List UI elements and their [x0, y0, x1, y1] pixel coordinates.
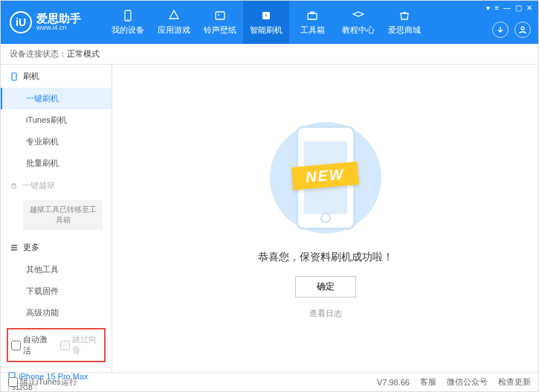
top-nav: 我的设备 应用游戏 铃声壁纸 智能刷机 工具箱 教程中心 爱思商城 [105, 1, 427, 44]
app-subtitle: www.i4.cn [36, 25, 81, 32]
flash-icon [259, 9, 273, 22]
svg-point-3 [218, 14, 219, 16]
logo-text-block: 爱思助手 www.i4.cn [36, 13, 81, 32]
lock-icon [10, 181, 18, 190]
dropdown-icon[interactable]: ▾ [486, 4, 490, 12]
sidebar-heading-label: 更多 [23, 242, 39, 253]
apps-icon [167, 9, 181, 22]
sidebar-item-oneclick-flash[interactable]: 一键刷机 [1, 88, 112, 109]
sidebar-item-advanced[interactable]: 高级功能 [1, 302, 112, 324]
sidebar-item-other-tools[interactable]: 其他工具 [1, 259, 112, 280]
maximize-icon[interactable]: ▢ [515, 4, 522, 12]
svg-rect-2 [216, 12, 225, 19]
success-message: 恭喜您，保资料刷机成功啦！ [258, 251, 393, 264]
checkbox-label: 自动激活 [23, 334, 53, 356]
graduation-icon [352, 9, 365, 22]
sidebar-heading-more[interactable]: 更多 [1, 236, 112, 259]
nav-smart-flash[interactable]: 智能刷机 [243, 1, 289, 44]
logo-area: iU 爱思助手 www.i4.cn [1, 11, 90, 33]
user-button[interactable] [514, 22, 531, 38]
footer-link-support[interactable]: 客服 [420, 376, 436, 388]
skip-setup-checkbox[interactable]: 跳过向导 [60, 334, 102, 356]
nav-toolbox[interactable]: 工具箱 [289, 1, 335, 44]
footer-link-update[interactable]: 检查更新 [498, 376, 531, 388]
ok-button[interactable]: 确定 [295, 276, 356, 298]
sidebar-item-download-firmware[interactable]: 下载固件 [1, 280, 112, 302]
version-label: V7.98.66 [377, 378, 410, 387]
svg-point-7 [521, 27, 524, 30]
nav-label: 爱思商城 [388, 25, 421, 36]
logo-icon: iU [10, 11, 32, 33]
nav-tutorial[interactable]: 教程中心 [335, 1, 381, 44]
nav-apps-games[interactable]: 应用游戏 [151, 1, 197, 44]
nav-label: 我的设备 [112, 25, 144, 36]
svg-rect-9 [12, 185, 16, 189]
footer-link-wechat[interactable]: 微信公众号 [447, 376, 488, 388]
app-title: 爱思助手 [36, 13, 81, 25]
auto-activate-checkbox[interactable]: 自动激活 [11, 334, 53, 356]
sidebar: 刷机 一键刷机 iTunes刷机 专业刷机 批量刷机 一键越狱 越狱工具已转移至… [1, 65, 112, 372]
checkbox-label: 阻止iTunes运行 [20, 376, 77, 388]
nav-label: 智能刷机 [250, 25, 283, 36]
view-log-link[interactable]: 查看日志 [309, 308, 342, 319]
download-button[interactable] [492, 22, 509, 38]
image-icon [213, 9, 227, 22]
sidebar-item-pro-flash[interactable]: 专业刷机 [1, 131, 112, 152]
nav-label: 铃声壁纸 [204, 25, 236, 36]
nav-label: 应用游戏 [158, 25, 190, 36]
nav-label: 工具箱 [300, 25, 325, 36]
sidebar-heading-jailbreak: 一键越狱 [1, 174, 112, 197]
sidebar-item-itunes-flash[interactable]: iTunes刷机 [1, 109, 112, 131]
highlighted-checkbox-row: 自动激活 跳过向导 [7, 328, 106, 362]
svg-rect-5 [308, 13, 317, 19]
header-action-circles [492, 22, 531, 38]
close-icon[interactable]: ✕ [526, 4, 532, 12]
status-label: 设备连接状态： [10, 48, 67, 60]
more-icon [10, 243, 19, 252]
nav-store[interactable]: 爱思商城 [381, 1, 427, 44]
flash-small-icon [10, 72, 19, 81]
nav-label: 教程中心 [342, 25, 375, 36]
svg-point-1 [127, 19, 129, 20]
sidebar-heading-flash[interactable]: 刷机 [1, 65, 112, 88]
sidebar-item-batch-flash[interactable]: 批量刷机 [1, 152, 112, 174]
svg-rect-6 [311, 12, 314, 13]
nav-ringtone-wallpaper[interactable]: 铃声壁纸 [197, 1, 243, 44]
main-content: NEW 恭喜您，保资料刷机成功啦！ 确定 查看日志 [112, 65, 538, 372]
sidebar-heading-label: 刷机 [23, 71, 39, 82]
checkbox-label: 跳过向导 [72, 334, 102, 356]
toolbox-icon [306, 9, 319, 22]
window-controls: ▾ ≡ — ▢ ✕ [486, 4, 532, 12]
success-illustration: NEW [251, 118, 400, 237]
status-bar: 设备连接状态： 正常模式 [1, 44, 538, 65]
phone-icon [121, 9, 135, 22]
svg-rect-8 [12, 73, 16, 80]
nav-my-device[interactable]: 我的设备 [105, 1, 151, 44]
store-icon [398, 9, 411, 22]
block-itunes-checkbox[interactable]: 阻止iTunes运行 [8, 376, 77, 388]
sidebar-heading-label: 一键越狱 [22, 180, 55, 191]
menu-icon[interactable]: ≡ [494, 4, 499, 12]
body: 刷机 一键刷机 iTunes刷机 专业刷机 批量刷机 一键越狱 越狱工具已转移至… [1, 65, 538, 372]
jailbreak-moved-note: 越狱工具已转移至工具箱 [23, 200, 103, 230]
minimize-icon[interactable]: — [503, 4, 511, 12]
footer-left: 阻止iTunes运行 [8, 376, 77, 388]
status-value: 正常模式 [67, 48, 100, 60]
footer-right: V7.98.66 客服 微信公众号 检查更新 [377, 376, 531, 388]
header: iU 爱思助手 www.i4.cn 我的设备 应用游戏 铃声壁纸 智能刷机 工具… [1, 1, 538, 44]
